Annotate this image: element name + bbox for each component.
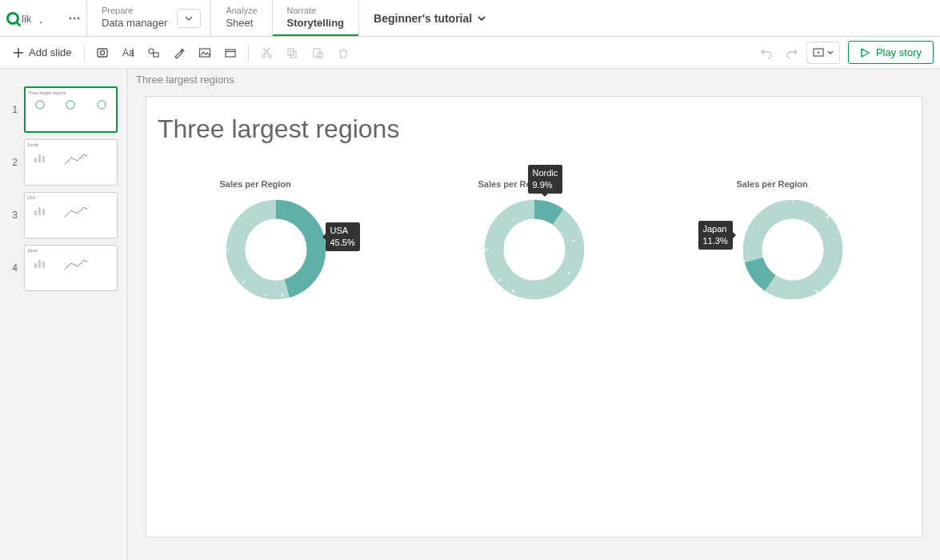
svg-rect-14 (200, 49, 210, 57)
svg-rect-24 (34, 158, 37, 162)
slide-thumb-row: 2 Nordic (10, 139, 118, 186)
snapshot-library-button[interactable] (91, 42, 114, 64)
ellipsis-icon (68, 12, 81, 25)
svg-rect-27 (34, 210, 37, 215)
tab-narrate[interactable]: Narrate Storytelling (272, 0, 359, 36)
donut-svg (478, 194, 590, 306)
preview-mode-dropdown[interactable] (806, 42, 840, 64)
svg-text:lik: lik (22, 13, 32, 25)
media-tool-button[interactable] (194, 42, 216, 64)
slide-title-text: Three largest regions (146, 97, 922, 144)
shapes-tool-button[interactable] (142, 42, 165, 64)
effects-tool-button[interactable] (168, 42, 190, 64)
svg-point-39 (494, 210, 574, 290)
image-icon (198, 46, 211, 59)
snapshot-icon (96, 46, 109, 59)
slide-thumbnail-4[interactable]: Japan (24, 245, 118, 291)
tab-prepare[interactable]: Prepare Data manager (86, 0, 182, 36)
delete-button[interactable] (332, 42, 354, 64)
tab-sublabel: Storytelling (287, 16, 345, 30)
undo-icon (760, 46, 773, 59)
donut-chart-japan[interactable]: Sales per Region Japan 11.3% (737, 179, 849, 306)
undo-button[interactable] (755, 42, 778, 64)
chart-title: Sales per Region (220, 179, 291, 189)
plus-icon (13, 47, 24, 58)
cut-button[interactable] (255, 42, 278, 64)
slide-thumbnail-panel: 1 Three largest regions 2 Nordic 3 USA 4 (0, 69, 128, 560)
tab-analyze[interactable]: Analyze Sheet (210, 0, 271, 36)
svg-rect-31 (38, 260, 41, 268)
slide-thumbnail-1[interactable]: Three largest regions (24, 86, 118, 133)
story-toolbar: Add slide Aa Play story (0, 37, 940, 69)
svg-rect-30 (34, 263, 37, 268)
donut-svg (737, 194, 849, 306)
trash-icon (337, 46, 350, 59)
svg-point-9 (101, 50, 105, 54)
donut-chart-nordic[interactable]: Sales per Region Nordic (478, 179, 590, 306)
svg-rect-32 (42, 262, 45, 268)
donut-highlight-badge: USA 45.5% (326, 222, 360, 251)
paste-icon (311, 46, 324, 59)
story-title-dropdown[interactable]: Beginner's tutorial (358, 0, 501, 36)
main-area: 1 Three largest regions 2 Nordic 3 USA 4 (0, 69, 940, 560)
donut-highlight-badge: Nordic 9.9% (528, 165, 563, 194)
svg-rect-26 (42, 156, 45, 162)
slide-number: 3 (10, 210, 18, 221)
copy-icon (286, 46, 298, 59)
slide-number: 1 (10, 104, 18, 115)
svg-point-18 (268, 54, 271, 58)
play-story-label: Play story (876, 46, 922, 58)
slide-thumb-row: 4 Japan (10, 245, 118, 291)
cut-icon (260, 46, 273, 59)
slide-thumbnail-2[interactable]: Nordic (24, 139, 118, 186)
play-icon (860, 48, 870, 58)
brand-logo: lik (0, 0, 62, 36)
mode-tabs: Prepare Data manager Analyze Sheet Narra… (86, 0, 358, 36)
tab-label: Narrate (287, 6, 345, 16)
svg-point-3 (40, 22, 42, 23)
tab-label: Prepare (102, 6, 167, 16)
copy-button[interactable] (281, 42, 303, 64)
chevron-down-icon (826, 49, 834, 57)
text-tool-button[interactable]: Aa (117, 42, 139, 64)
svg-rect-25 (38, 154, 41, 162)
svg-point-12 (149, 49, 154, 54)
donut-chart-usa[interactable]: Sales per Region USA 45.5% (220, 179, 332, 306)
tab-sublabel: Data manager (102, 16, 167, 30)
tab-label: Analyze (226, 6, 257, 16)
svg-rect-29 (42, 209, 45, 215)
story-title: Beginner's tutorial (374, 12, 472, 25)
text-icon: Aa (122, 46, 134, 59)
svg-rect-15 (226, 50, 235, 57)
slide-number: 2 (10, 157, 18, 168)
slide-number: 4 (10, 262, 18, 274)
slide-canvas-area: Three largest regions Three largest regi… (128, 69, 940, 560)
add-slide-label: Add slide (29, 46, 71, 58)
effects-icon (173, 46, 186, 59)
slide-thumbnail-3[interactable]: USA (24, 192, 118, 238)
redo-button[interactable] (781, 42, 803, 64)
app-header: lik Prepare Data manager Analyze Sheet N… (0, 0, 940, 37)
svg-rect-13 (154, 53, 158, 57)
redo-icon (786, 46, 798, 59)
svg-point-6 (74, 17, 76, 19)
slide-thumb-row: 1 Three largest regions (10, 86, 118, 133)
donut-svg (220, 194, 332, 306)
embed-sheet-button[interactable] (219, 42, 242, 64)
donut-highlight-badge: Japan 11.3% (698, 221, 733, 250)
app-menu-button[interactable] (62, 0, 86, 36)
donut-chart-row: Sales per Region USA 45.5% (146, 179, 922, 306)
svg-rect-8 (98, 49, 107, 57)
canvas-breadcrumb: Three largest regions (128, 69, 940, 87)
paste-button[interactable] (306, 42, 329, 64)
chart-title: Sales per Region (737, 179, 808, 189)
add-slide-button[interactable]: Add slide (6, 42, 78, 64)
chevron-down-icon (185, 14, 193, 22)
svg-point-17 (262, 54, 265, 58)
svg-line-1 (17, 22, 20, 26)
slide-canvas[interactable]: Three largest regions Sales per Region (146, 96, 922, 538)
play-story-button[interactable]: Play story (848, 41, 934, 64)
qlik-logo-icon: lik (6, 8, 54, 29)
svg-point-7 (78, 17, 80, 19)
svg-point-5 (70, 17, 72, 19)
